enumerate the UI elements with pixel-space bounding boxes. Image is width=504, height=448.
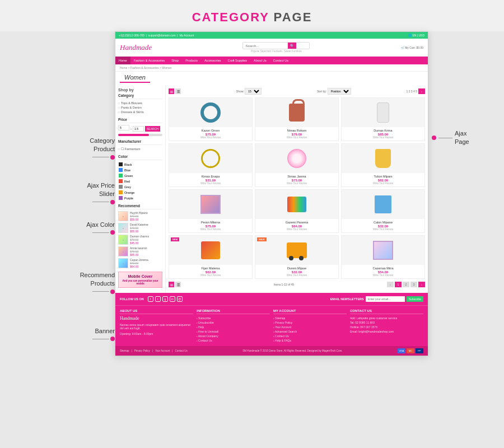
price-min-input[interactable] <box>118 125 129 130</box>
sidebar-item-pants[interactable]: Pants & Denim <box>118 105 162 110</box>
product-card-2[interactable]: Nimas Rokam $79.00 Write Your Review <box>255 97 339 141</box>
color-item-orange[interactable]: Orange <box>118 190 162 195</box>
nav-accessories[interactable]: Accessories <box>201 57 225 64</box>
products-toolbar-bottom: ⊞ ☰ Items 1-12 of 45 ‹ 1 2 3 › <box>169 282 425 287</box>
social-email[interactable]: @ <box>177 296 183 302</box>
product-card-11[interactable]: SALE Durem Mijase $32.00 Write Your Revi… <box>255 235 339 279</box>
footer-account-search[interactable]: › Advanced Search <box>273 329 347 334</box>
color-item-purple[interactable]: Purple <box>118 195 162 200</box>
list-view-button[interactable]: ☰ <box>175 88 181 94</box>
search-input[interactable] <box>243 43 288 49</box>
page-title-area: CATEGORY PAGE <box>0 0 504 31</box>
footer-info-uninstall[interactable]: › How to Uninstall <box>197 329 270 334</box>
footer-info-subscribe[interactable]: › Subscribe <box>197 316 270 320</box>
footer-info-help[interactable]: › Help <box>197 325 270 329</box>
color-item-red[interactable]: Red <box>118 179 162 184</box>
color-item-blue[interactable]: Blue <box>118 167 162 172</box>
nav-craft[interactable]: Craft Supplies <box>225 57 251 64</box>
account: My Account <box>179 34 194 37</box>
nav-about[interactable]: About Us <box>250 57 270 64</box>
cart-info: 🛒 My Cart: $0.00 <box>401 46 423 49</box>
price-max-input[interactable] <box>133 126 144 132</box>
footer-account-contact[interactable]: › Contact Us <box>273 334 347 338</box>
footer-bottom-links: Sitemap | Privacy Policy | Your Account … <box>120 349 188 352</box>
subscribe-button[interactable]: Subscribe <box>407 296 423 302</box>
recommend-item-3[interactable]: ● Damon charms $79.00 $45.00 <box>118 235 162 245</box>
footer-link-account[interactable]: Your Account <box>155 349 170 352</box>
sidebar-item-tops[interactable]: Tops & Blouses <box>118 101 162 105</box>
bag-image <box>289 104 305 122</box>
product-review-7: Write Your Review <box>171 228 250 231</box>
footer-info-about[interactable]: › About Company <box>197 334 270 338</box>
page-3-button[interactable]: 3 <box>410 282 417 287</box>
product-name-3: Dumas Krima <box>343 129 423 132</box>
color-item-green[interactable]: Green <box>118 173 162 178</box>
sidebar-item-dresses[interactable]: Dresses & Skirts <box>118 110 162 114</box>
product-card-8[interactable]: Gazemi Pasema $64.00 Write Your Review <box>255 189 339 233</box>
sidebar-category-title: Category <box>118 94 162 99</box>
nav-home[interactable]: Home <box>115 57 130 64</box>
footer-account-yours[interactable]: › Your Account <box>273 325 347 329</box>
grid-view-button[interactable]: ⊞ <box>169 88 174 94</box>
social-twitter[interactable]: t <box>155 296 161 302</box>
footer-account-faq[interactable]: › Help & FAQs <box>273 338 347 343</box>
list-view-button-bottom[interactable]: ☰ <box>175 282 181 287</box>
footer-about-col: ABOUT US Handmade Namas estos ipsum volu… <box>120 309 193 343</box>
nav-shop[interactable]: Shop <box>168 57 182 64</box>
product-review-4: Write Your Review <box>171 182 250 185</box>
footer-info-unsubscribe[interactable]: › Unsubscribe <box>197 320 270 325</box>
recommend-item-5[interactable]: ● Capan Jerema $79.00 $64.00 <box>118 258 162 268</box>
product-card-9[interactable]: Calon Mipane $32.00 Write Your Review <box>341 189 425 233</box>
color-item-grey[interactable]: Grey <box>118 184 162 189</box>
footer-account-sitemap[interactable]: › Sitemap <box>273 316 347 320</box>
price-slider-track[interactable] <box>118 134 162 136</box>
nav-fashion[interactable]: Fashion & Accessories <box>130 57 169 64</box>
recommend-item-2[interactable]: ● David Katerine $79.00 $55.00 <box>118 223 162 233</box>
nav-products[interactable]: Products <box>182 57 201 64</box>
nav-contact[interactable]: Contact Us <box>270 57 292 64</box>
footer-link-sitemap[interactable]: Sitemap <box>120 349 129 352</box>
sidebar-item-farmentum[interactable]: ☐ Farmentum <box>118 147 162 151</box>
product-card-12[interactable]: Cazemas Mitra $54.00 Write Your Review <box>341 235 425 279</box>
product-card-7[interactable]: Peran Milema $75.00 Write Your Review <box>169 189 253 233</box>
next-page-button-bottom[interactable]: › <box>418 282 425 287</box>
necklace-image <box>201 149 220 168</box>
price-inputs: - SEARCH <box>118 125 162 132</box>
social-facebook[interactable]: f <box>148 296 153 302</box>
recommend-info-1: Huynh Hipano $79.00 $59.00 <box>130 211 148 221</box>
product-card-6[interactable]: Tukon Mipam $82.00 Write Your Review <box>341 143 425 187</box>
recommend-item-1[interactable]: ● Huynh Hipano $79.00 $59.00 <box>118 211 162 221</box>
product-card-10[interactable]: NEW Fijan Malema $62.00 Write Your Revie… <box>169 235 253 279</box>
search-bar[interactable]: 🔍 <box>242 42 310 49</box>
page-2-button[interactable]: 2 <box>403 282 409 287</box>
footer-link-privacy[interactable]: Privacy Policy <box>134 349 150 352</box>
page-1-button[interactable]: 1 <box>395 282 402 287</box>
recommend-item-4[interactable]: ● Annie lasoron $79.00 $65.00 <box>118 246 162 256</box>
color-item-black[interactable]: Black <box>118 162 162 167</box>
ajax-page-dot <box>432 136 436 140</box>
recommend-info-5: Capan Jerema $79.00 $64.00 <box>130 258 148 268</box>
footer-info-contact[interactable]: › Contact Us <box>197 338 270 343</box>
product-card-5[interactable]: Simas Janma $73.00 Write Your Review <box>255 143 339 187</box>
newsletter-input[interactable] <box>366 296 405 302</box>
main-product-area: ⊞ ☰ Show: 153045 Sort by: PositionNamePr… <box>166 85 428 293</box>
next-page-button[interactable]: › <box>418 88 425 94</box>
product-card-1[interactable]: Kazori Ornon $75.00 Write Your Review <box>169 97 253 141</box>
color-list: Black Blue Green <box>118 162 162 200</box>
product-card-3[interactable]: Dumas Krima $85.00 Write Your Review <box>341 97 425 141</box>
topbar-left: +1(123)012-306-783 | support@domain.com … <box>119 34 194 37</box>
footer-account-privacy[interactable]: › Privacy Policy <box>273 320 347 325</box>
show-select[interactable]: 153045 <box>245 88 262 95</box>
sort-select[interactable]: PositionNamePrice <box>328 88 351 95</box>
social-google[interactable]: g <box>162 296 168 302</box>
footer-link-contact[interactable]: Contact Us <box>175 349 187 352</box>
sidebar-manufacturer-title: Manufacturer <box>118 139 162 145</box>
price-search-button[interactable]: SEARCH <box>145 126 160 132</box>
price-slider-fill <box>118 134 149 136</box>
prev-page-button-bottom[interactable]: ‹ <box>387 282 394 287</box>
social-linkedin[interactable]: in <box>170 296 175 302</box>
product-card-4[interactable]: Kimas Enapa $31.00 Write Your Review <box>169 143 253 187</box>
grid-view-button-bottom[interactable]: ⊞ <box>169 282 174 287</box>
search-button[interactable]: 🔍 <box>288 43 296 49</box>
product-name-10: Fijan Malema <box>171 267 250 270</box>
